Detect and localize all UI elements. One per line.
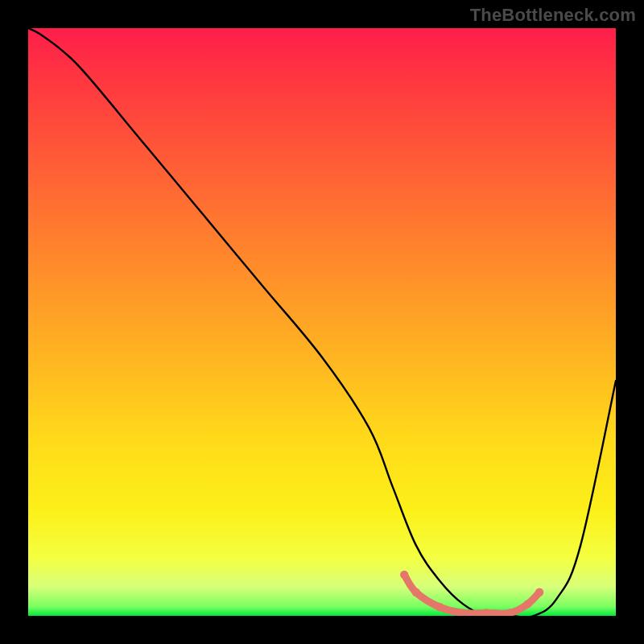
chart-svg — [28, 28, 616, 616]
plot-area — [28, 28, 616, 616]
chart-frame: TheBottleneck.com — [0, 0, 644, 644]
watermark-text: TheBottleneck.com — [470, 5, 636, 26]
highlight-dot — [412, 588, 420, 597]
highlight-dot — [400, 571, 408, 579]
optimal-range-highlight-path — [404, 575, 539, 613]
bottleneck-curve-path — [28, 28, 616, 616]
highlight-dot — [535, 588, 543, 597]
highlight-dot — [523, 600, 531, 608]
highlight-dot — [436, 603, 444, 611]
